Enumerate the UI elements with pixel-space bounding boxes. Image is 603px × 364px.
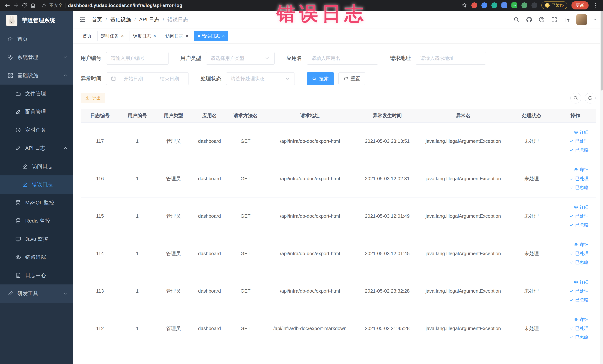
tab-access-log[interactable]: 访问日志× — [162, 31, 192, 41]
sidebar-item-infrastructure[interactable]: 基础设施 — [0, 66, 73, 84]
browser-reload-icon[interactable] — [22, 2, 27, 8]
action-detail[interactable]: 详细 — [574, 242, 589, 247]
action-processed[interactable]: 已处理 — [569, 176, 589, 182]
refresh-table-button[interactable] — [585, 93, 596, 104]
action-processed[interactable]: 已处理 — [569, 138, 589, 144]
action-detail[interactable]: 详细 — [574, 129, 589, 135]
action-detail[interactable]: 详细 — [574, 204, 589, 210]
action-label: 已忽略 — [575, 147, 589, 153]
action-ignored[interactable]: 已忽略 — [569, 297, 589, 303]
action-processed[interactable]: 已处理 — [569, 325, 589, 331]
sidebar-item-java-monitor[interactable]: Java 监控 — [0, 230, 73, 248]
sidebar-item-dev-tools[interactable]: 研发工具 — [0, 284, 73, 303]
exception-time-range[interactable]: 开始日期 - 结束日期 — [106, 72, 189, 85]
sidebar-item-mysql-monitor[interactable]: MySQL 监控 — [0, 194, 73, 212]
sidebar-toggle-icon[interactable] — [79, 16, 86, 23]
font-size-icon[interactable] — [564, 16, 570, 23]
app-name-input[interactable] — [307, 52, 378, 65]
action-label: 已处理 — [575, 213, 589, 219]
sidebar-item-file-management[interactable]: 文件管理 — [0, 84, 73, 103]
browser-forward-icon[interactable] — [13, 2, 19, 8]
address-bar[interactable]: 不安全 dashboard.yudao.iocoder.cn/infra/log… — [42, 2, 459, 8]
header-search-icon[interactable] — [513, 16, 520, 23]
reset-button[interactable]: 重置 — [338, 72, 365, 85]
sidebar-item-home[interactable]: 首页 — [0, 30, 73, 48]
extension-on-icon[interactable]: on — [511, 2, 517, 8]
search-icon — [573, 95, 578, 101]
extension-icon[interactable] — [532, 2, 537, 8]
sidebar-item-config-management[interactable]: 配置管理 — [0, 103, 73, 121]
extension-icon[interactable] — [491, 2, 497, 8]
help-icon[interactable] — [538, 16, 545, 23]
tab-label: 定时任务 — [101, 33, 119, 39]
scrollbar[interactable] — [600, 11, 603, 364]
tab-close-icon[interactable]: × — [222, 33, 225, 39]
breadcrumb-item[interactable]: 首页 — [92, 16, 102, 23]
action-detail[interactable]: 详细 — [574, 167, 589, 173]
browser-home-icon[interactable] — [30, 2, 36, 8]
process-status-select[interactable]: 请选择处理状态 — [226, 72, 295, 85]
toggle-search-button[interactable] — [570, 93, 581, 104]
sidebar-item-trace[interactable]: 链路追踪 — [0, 248, 73, 266]
request-url-input[interactable] — [416, 52, 486, 65]
url-text[interactable]: dashboard.yudao.iocoder.cn/infra/log/api… — [68, 3, 182, 8]
security-warning-icon[interactable] — [42, 3, 47, 8]
action-processed[interactable]: 已处理 — [569, 250, 589, 257]
action-detail[interactable]: 详细 — [574, 317, 589, 322]
screen: 错误日志 不安全 dashboard.yudao.iocoder.cn/infr… — [0, 0, 603, 364]
process-status-group: 处理状态 请选择处理状态 — [201, 72, 295, 85]
user-avatar[interactable] — [576, 14, 587, 25]
tab-error-log[interactable]: 错误日志× — [194, 31, 228, 41]
action-ignored[interactable]: 已忽略 — [569, 334, 589, 340]
github-icon[interactable] — [526, 16, 532, 23]
browser-menu-icon[interactable] — [593, 2, 599, 8]
tab-scheduled-jobs[interactable]: 定时任务× — [97, 31, 127, 41]
sidebar-item-error-log[interactable]: 错误日志 — [0, 176, 73, 194]
sidebar-item-scheduled-jobs[interactable]: 定时任务 — [0, 121, 73, 139]
sidebar-item-access-log[interactable]: 访问日志 — [0, 157, 73, 176]
search-button[interactable]: 搜索 — [307, 72, 334, 85]
user-type-placeholder: 请选择用户类型 — [210, 55, 244, 61]
process-status-label: 处理状态 — [201, 75, 221, 82]
export-button[interactable]: 导出 — [81, 93, 105, 103]
paused-badge[interactable]: 已暂停 — [542, 1, 568, 9]
tab-home[interactable]: 首页 — [79, 31, 95, 41]
user-id-input[interactable] — [106, 52, 169, 65]
action-ignored[interactable]: 已忽略 — [569, 259, 589, 265]
action-ignored[interactable]: 已忽略 — [569, 222, 589, 228]
action-detail[interactable]: 详细 — [574, 279, 589, 285]
sidebar-menu: 首页系统管理基础设施文件管理配置管理定时任务API 日志访问日志错误日志MySQ… — [0, 30, 73, 303]
user-menu-caret-icon[interactable] — [593, 18, 597, 22]
user-id-label: 用户编号 — [81, 55, 101, 62]
update-button[interactable]: 更新 — [571, 1, 589, 10]
sidebar-item-log-center[interactable]: 日志中心 — [0, 266, 73, 284]
action-label: 已忽略 — [575, 222, 589, 228]
action-processed[interactable]: 已处理 — [569, 213, 589, 219]
sidebar-item-api-log[interactable]: API 日志 — [0, 139, 73, 157]
action-label: 已处理 — [575, 288, 589, 294]
tab-close-icon[interactable]: × — [153, 33, 156, 39]
extension-icon[interactable] — [481, 2, 487, 8]
action-processed[interactable]: 已处理 — [569, 288, 589, 294]
page-content: 用户编号 用户类型 请选择用户类型 应用名 — [73, 43, 603, 364]
extension-icon[interactable] — [471, 2, 477, 8]
browser-back-icon[interactable] — [4, 2, 10, 8]
extension-icon[interactable] — [501, 2, 507, 8]
tab-close-icon[interactable]: × — [121, 33, 124, 39]
sidebar-item-redis-monitor[interactable]: Redis 监控 — [0, 212, 73, 230]
scrollbar-thumb[interactable] — [601, 11, 603, 91]
sidebar-item-system-management[interactable]: 系统管理 — [0, 48, 73, 66]
action-ignored[interactable]: 已忽略 — [569, 147, 589, 153]
refresh-icon — [588, 95, 593, 101]
user-type-select[interactable]: 请选择用户类型 — [206, 52, 275, 65]
bookmark-star-icon[interactable] — [461, 2, 467, 8]
tab-close-icon[interactable]: × — [186, 33, 188, 39]
action-label: 详细 — [580, 204, 589, 210]
breadcrumb-item[interactable]: 基础设施 — [110, 16, 131, 23]
extension-icon[interactable] — [522, 2, 527, 8]
app-logo[interactable]: 芋道管理系统 — [0, 11, 73, 30]
action-ignored[interactable]: 已忽略 — [569, 185, 589, 190]
breadcrumb-item[interactable]: API 日志 — [139, 16, 159, 23]
tab-job-log[interactable]: 调度日志× — [129, 31, 160, 41]
fullscreen-icon[interactable] — [551, 16, 557, 23]
